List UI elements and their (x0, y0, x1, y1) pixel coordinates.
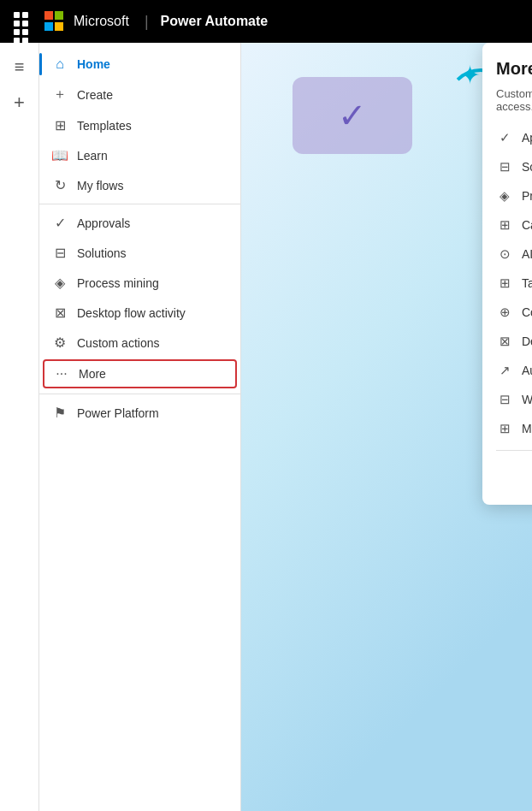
panel-automation-label: Automation center (preview) (522, 364, 532, 377)
panel-item-catalog[interactable]: ⊞ Catalog 🖈 (482, 210, 532, 240)
panel-connections-icon: ⊕ (496, 305, 513, 320)
sidebar-item-approvals[interactable]: ✓ Approvals (39, 208, 240, 238)
discover-all-container: Discover all (482, 458, 532, 491)
solutions-icon: ⊟ (51, 245, 68, 261)
add-button[interactable]: + (4, 87, 35, 118)
sidebar-label-create: Create (77, 88, 228, 102)
panel-item-solutions[interactable]: ⊟ Solutions 📌 (482, 152, 532, 181)
sidebar-label-custom-actions: Custom actions (77, 336, 228, 350)
sidebar-label-desktop-flow: Desktop flow activity (77, 306, 228, 320)
sidebar-divider-2 (39, 394, 240, 394)
sidebar-label-process-mining: Process mining (77, 276, 228, 290)
sidebar: ⌂ Home ＋ Create ⊞ Templates 📖 Learn ↻ My… (39, 43, 241, 811)
topbar-divider: | (145, 13, 149, 31)
create-icon: ＋ (51, 86, 68, 104)
sidebar-item-more[interactable]: ··· More (43, 359, 237, 388)
sidebar-item-solutions[interactable]: ⊟ Solutions (39, 238, 240, 268)
app-name: Power Automate (161, 14, 269, 29)
sidebar-label-home: Home (77, 57, 228, 71)
sidebar-label-templates: Templates (77, 119, 228, 133)
expand-button[interactable]: ≡ (4, 51, 35, 82)
panel-item-work-queues[interactable]: ⊟ Work queues 🖈 (482, 385, 532, 414)
deco-card: ✓ (293, 77, 412, 154)
panel-desktop-flow-icon: ⊠ (496, 334, 513, 349)
panel-item-desktop-flow-activity[interactable]: ⊠ Desktop flow activity 📌 (482, 327, 532, 356)
process-mining-icon: ◈ (51, 275, 68, 291)
main-content: ✓ ✦ ✦ More ✕ Customize your left navigat… (241, 43, 532, 811)
sidebar-item-templates[interactable]: ⊞ Templates (39, 110, 240, 140)
panel-machines-icon: ⊞ (496, 421, 513, 436)
sidebar-item-desktop-flow[interactable]: ⊠ Desktop flow activity (39, 298, 240, 328)
panel-process-mining-icon: ◈ (496, 188, 513, 204)
panel-tables-label: Tables (522, 276, 532, 290)
panel-item-machines[interactable]: ⊞ Machines 🖈 (482, 414, 532, 443)
microsoft-logo (44, 11, 65, 32)
sidebar-divider-1 (39, 204, 240, 204)
panel-item-approvals[interactable]: ✓ Approvals 📌 (482, 123, 532, 152)
sidebar-item-process-mining[interactable]: ◈ Process mining (39, 268, 240, 298)
panel-ai-hub-label: AI hub (522, 247, 532, 261)
sidebar-item-home[interactable]: ⌂ Home (39, 50, 240, 79)
sidebar-item-create[interactable]: ＋ Create (39, 79, 240, 110)
panel-solutions-icon: ⊟ (496, 159, 513, 175)
more-panel: More ✕ Customize your left navigation it… (482, 43, 532, 505)
sidebar-label-approvals: Approvals (77, 216, 228, 230)
sidebar-label-learn: Learn (77, 149, 228, 163)
panel-item-ai-hub[interactable]: ⊙ AI hub 🖈 (482, 240, 532, 269)
panel-work-queues-label: Work queues (522, 393, 532, 406)
my-flows-icon: ↻ (51, 177, 68, 193)
sidebar-item-power-platform[interactable]: ⚑ Power Platform (39, 398, 240, 428)
panel-approvals-label: Approvals (522, 131, 532, 145)
more-panel-divider (496, 450, 532, 451)
sidebar-label-more: More (79, 367, 227, 381)
panel-item-automation-center[interactable]: ↗ Automation center (preview) 🖈 (482, 356, 532, 385)
waffle-icon[interactable] (10, 9, 36, 34)
sidebar-label-solutions: Solutions (77, 246, 228, 260)
sidebar-label-my-flows: My flows (77, 179, 228, 192)
panel-item-tables[interactable]: ⊞ Tables 🖈 (482, 269, 532, 298)
layout: ≡ + ⌂ Home ＋ Create ⊞ Templates 📖 Learn … (0, 43, 532, 811)
panel-work-queues-icon: ⊟ (496, 392, 513, 407)
panel-item-process-mining[interactable]: ◈ Process mining 📌 (482, 181, 532, 210)
panel-machines-label: Machines (522, 422, 532, 435)
checkmark-icon: ✓ (338, 96, 367, 135)
panel-catalog-label: Catalog (522, 218, 532, 232)
panel-process-mining-label: Process mining (522, 189, 532, 203)
more-panel-title: More (496, 59, 532, 79)
custom-actions-icon: ⚙ (51, 334, 68, 351)
more-panel-description: Customize your left navigation items for… (482, 87, 532, 123)
learn-icon: 📖 (51, 147, 68, 163)
topbar: Microsoft | Power Automate (0, 0, 532, 43)
panel-item-connections[interactable]: ⊕ Connections 🖈 (482, 298, 532, 327)
panel-connections-label: Connections (522, 305, 532, 319)
panel-solutions-label: Solutions (522, 160, 532, 174)
panel-ai-hub-icon: ⊙ (496, 246, 513, 262)
power-platform-icon: ⚑ (51, 405, 68, 421)
panel-automation-icon: ↗ (496, 363, 513, 378)
icon-rail: ≡ + (0, 43, 39, 811)
more-panel-header: More ✕ (482, 43, 532, 87)
approvals-icon: ✓ (51, 215, 68, 231)
sidebar-label-power-platform: Power Platform (77, 406, 228, 420)
sidebar-item-learn[interactable]: 📖 Learn (39, 140, 240, 170)
panel-desktop-flow-label: Desktop flow activity (522, 334, 532, 348)
more-icon: ··· (53, 366, 70, 382)
sidebar-item-my-flows[interactable]: ↻ My flows (39, 170, 240, 200)
microsoft-label: Microsoft (74, 14, 129, 29)
desktop-flow-icon: ⊠ (51, 305, 68, 321)
home-icon: ⌂ (51, 56, 68, 72)
sidebar-item-custom-actions[interactable]: ⚙ Custom actions (39, 328, 240, 358)
panel-approvals-icon: ✓ (496, 130, 513, 145)
panel-tables-icon: ⊞ (496, 275, 513, 291)
panel-catalog-icon: ⊞ (496, 217, 513, 233)
templates-icon: ⊞ (51, 117, 68, 133)
